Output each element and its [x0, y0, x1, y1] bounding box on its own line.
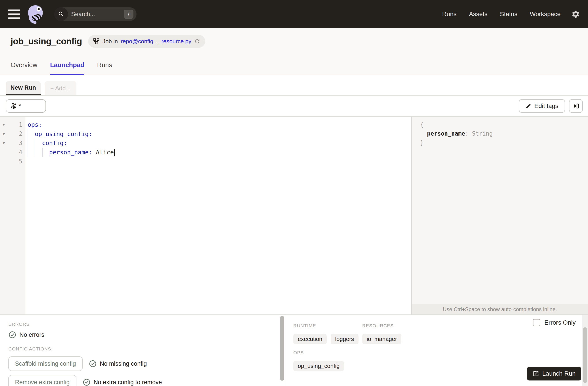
dagster-logo-icon[interactable]: [26, 5, 45, 24]
text-cursor: [114, 149, 115, 156]
bottom-panels: ERRORS No errors CONFIG ACTIONS: Scaffol…: [0, 314, 588, 386]
errors-only-checkbox[interactable]: [533, 319, 540, 326]
global-search[interactable]: /: [54, 7, 137, 21]
op-selector-input[interactable]: *: [6, 99, 46, 113]
config-actions-heading: CONFIG ACTIONS:: [8, 346, 286, 352]
scaffold-missing-config-button[interactable]: Scaffold missing config: [8, 356, 83, 371]
resources-tag[interactable]: io_manager: [362, 334, 401, 344]
fold-arrow-icon[interactable]: ▾: [0, 122, 7, 127]
resources-heading: RESOURCES: [362, 323, 401, 328]
nav-assets[interactable]: Assets: [469, 11, 487, 18]
edit-tags-label: Edit tags: [534, 102, 558, 110]
errors-heading: ERRORS: [8, 322, 286, 327]
runtime-tag[interactable]: loggers: [331, 334, 358, 344]
nav-status[interactable]: Status: [500, 11, 517, 18]
hamburger-menu-icon[interactable]: [8, 9, 20, 19]
ops-tag[interactable]: op_using_config: [293, 361, 344, 371]
nav-workspace[interactable]: Workspace: [530, 11, 561, 18]
check-circle-icon: [89, 360, 97, 368]
code-line: ops:: [25, 120, 411, 129]
line-number: 3: [7, 140, 25, 146]
errors-panel-scrollbar[interactable]: [280, 316, 285, 385]
job-icon: [93, 38, 100, 45]
line-number: 4: [7, 149, 25, 155]
run-config-tab-new-run[interactable]: New Run: [6, 81, 41, 95]
fold-arrow-icon[interactable]: ▾: [0, 131, 7, 137]
errors-only-toggle[interactable]: Errors Only: [533, 319, 576, 326]
errors-panel: ERRORS No errors CONFIG ACTIONS: Scaffol…: [0, 315, 286, 386]
page-title: job_using_config: [11, 37, 82, 46]
autocomplete-hint: Use Ctrl+Space to show auto-completions …: [412, 304, 588, 314]
page-tabs: Overview Launchpad Runs: [11, 54, 577, 75]
launchpad-main: ▾1 ▾2 ▾3 4 5 ops: op_using_config: confi…: [0, 117, 588, 314]
check-circle-icon: [83, 378, 91, 386]
run-summary-panel: RUNTIME execution loggers OPS op_using_c…: [286, 315, 588, 386]
remove-extra-config-button[interactable]: Remove extra config: [8, 375, 76, 386]
op-graph-icon: [10, 103, 16, 109]
reload-repo-icon[interactable]: [194, 38, 200, 44]
line-number: 1: [7, 122, 25, 128]
repo-link[interactable]: repo@config..._resource.py: [121, 38, 191, 45]
no-missing-config-status: No missing config: [89, 360, 147, 368]
launch-icon: [533, 370, 539, 377]
pencil-icon: [525, 103, 531, 109]
no-errors-status: No errors: [8, 331, 286, 339]
tab-runs[interactable]: Runs: [97, 61, 112, 75]
line-number: 5: [7, 158, 25, 165]
launch-run-label: Launch Run: [542, 370, 576, 377]
page-header: job_using_config Job in repo@config..._r…: [0, 28, 588, 75]
editor-gutter: ▾1 ▾2 ▾3 4 5: [0, 117, 25, 314]
editor-code-area[interactable]: ops: op_using_config: config: person_nam…: [25, 117, 411, 314]
line-number: 2: [7, 130, 25, 137]
runtime-heading: RUNTIME: [293, 323, 358, 328]
schema-open-brace: {: [420, 120, 588, 129]
navbar-links: Runs Assets Status Workspace: [442, 11, 561, 18]
tab-overview[interactable]: Overview: [11, 61, 37, 75]
runtime-tag[interactable]: execution: [293, 334, 327, 344]
schema-close-brace: }: [420, 138, 588, 147]
launchpad-toolbar: * Edit tags: [0, 96, 588, 117]
schema-entry: person_name: String: [420, 129, 588, 138]
code-line: op_using_config:: [25, 129, 411, 139]
edit-tags-button[interactable]: Edit tags: [519, 99, 565, 113]
code-line: config:: [25, 139, 411, 148]
top-navbar: / Runs Assets Status Workspace: [0, 0, 588, 28]
settings-gear-icon[interactable]: [571, 10, 580, 19]
search-input[interactable]: [71, 11, 109, 18]
no-extra-config-status: No extra config to remove: [83, 378, 162, 386]
nav-runs[interactable]: Runs: [442, 11, 457, 18]
run-config-tab-add[interactable]: + Add...: [45, 81, 76, 95]
code-line: [25, 157, 411, 166]
errors-only-label: Errors Only: [544, 319, 576, 326]
open-panel-icon: [572, 103, 579, 109]
code-line: person_name: Alice: [25, 148, 411, 157]
tab-launchpad[interactable]: Launchpad: [50, 61, 84, 75]
launch-run-button[interactable]: Launch Run: [527, 367, 581, 381]
search-icon: [54, 7, 68, 21]
summary-panel-scrollbar[interactable]: [582, 315, 588, 386]
fold-arrow-icon[interactable]: ▾: [0, 141, 7, 145]
check-circle-icon: [8, 331, 16, 339]
config-schema-panel: { person_name: String } Use Ctrl+Space t…: [411, 117, 588, 314]
run-config-tabs: New Run + Add...: [0, 75, 588, 96]
badge-prefix: Job in: [103, 38, 118, 45]
expand-panel-button[interactable]: [569, 99, 583, 113]
search-shortcut-key: /: [124, 10, 133, 19]
config-editor[interactable]: ▾1 ▾2 ▾3 4 5 ops: op_using_config: confi…: [0, 117, 411, 314]
op-selector-value: *: [19, 102, 21, 110]
ops-heading: OPS: [293, 350, 358, 355]
job-origin-badge: Job in repo@config..._resource.py: [88, 35, 205, 48]
